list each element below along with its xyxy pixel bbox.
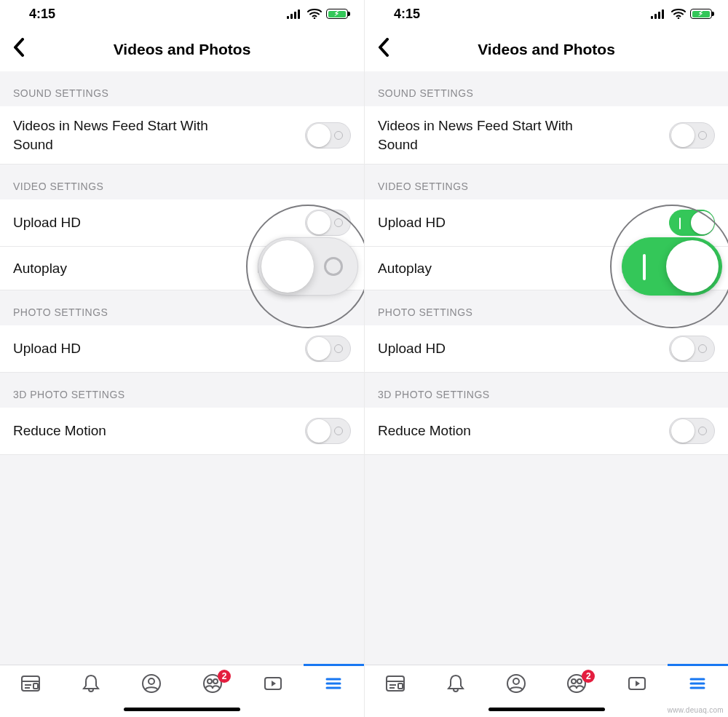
svg-rect-0 xyxy=(287,16,289,19)
nav-header: Videos and Photos xyxy=(365,28,728,71)
row-label: Upload HD xyxy=(378,339,446,358)
nav-header: Videos and Photos xyxy=(0,28,364,71)
settings-content[interactable]: SOUND SETTINGS Videos in News Feed Start… xyxy=(365,71,728,665)
toggle-reduce-motion[interactable] xyxy=(669,418,715,444)
svg-rect-1 xyxy=(290,14,293,19)
wifi-icon xyxy=(307,9,322,19)
tab-profile[interactable] xyxy=(486,673,546,694)
toggle-sound-start[interactable] xyxy=(305,122,351,148)
row-video-upload-hd[interactable]: Upload HD xyxy=(0,199,364,247)
profile-icon xyxy=(141,673,162,694)
row-label: Reduce Motion xyxy=(378,421,471,440)
watermark: www.deuaq.com xyxy=(668,706,724,714)
settings-content[interactable]: SOUND SETTINGS Videos in News Feed Start… xyxy=(0,71,364,665)
row-label: Upload HD xyxy=(378,213,446,232)
row-autoplay[interactable]: Autoplay Never Autoplay xyxy=(365,247,728,290)
svg-point-23 xyxy=(678,17,680,19)
toggle-reduce-motion[interactable] xyxy=(305,418,351,444)
toggle-sound-start[interactable] xyxy=(669,122,715,148)
row-reduce-motion[interactable]: Reduce Motion xyxy=(0,408,364,455)
tab-groups[interactable]: 2 xyxy=(182,673,242,694)
svg-point-32 xyxy=(571,679,576,684)
svg-rect-20 xyxy=(654,14,657,19)
tab-watch[interactable] xyxy=(242,673,303,694)
svg-rect-3 xyxy=(298,9,300,19)
wifi-icon xyxy=(671,9,686,19)
svg-rect-9 xyxy=(33,684,38,689)
back-button[interactable] xyxy=(13,38,32,60)
tab-menu[interactable] xyxy=(668,673,728,694)
row-label: Autoplay xyxy=(13,259,67,278)
row-sound-start[interactable]: Videos in News Feed Start With Sound xyxy=(365,106,728,165)
svg-rect-22 xyxy=(662,9,664,19)
toggle-photo-upload-hd[interactable] xyxy=(305,336,351,362)
section-header-video: VIDEO SETTINGS xyxy=(365,165,728,199)
section-header-photo: PHOTO SETTINGS xyxy=(365,290,728,325)
svg-point-4 xyxy=(314,17,316,19)
page-title: Videos and Photos xyxy=(0,41,364,58)
toggle-photo-upload-hd[interactable] xyxy=(669,336,715,362)
bell-icon xyxy=(445,673,467,694)
row-reduce-motion[interactable]: Reduce Motion xyxy=(365,408,728,455)
home-indicator[interactable] xyxy=(488,708,605,711)
status-time: 4:15 xyxy=(29,7,55,22)
battery-icon: ⚡︎ xyxy=(326,9,348,19)
watch-icon xyxy=(626,673,648,694)
row-video-upload-hd[interactable]: Upload HD xyxy=(365,199,728,247)
section-header-3d: 3D PHOTO SETTINGS xyxy=(0,373,364,408)
tab-profile[interactable] xyxy=(122,673,182,694)
row-photo-upload-hd[interactable]: Upload HD xyxy=(0,325,364,373)
row-label: Upload HD xyxy=(13,339,81,358)
tab-notifications[interactable] xyxy=(425,673,486,694)
tab-groups[interactable]: 2 xyxy=(547,673,607,694)
battery-icon: ⚡︎ xyxy=(690,9,712,19)
row-label: Autoplay xyxy=(378,259,432,278)
tab-menu[interactable] xyxy=(304,673,364,694)
svg-rect-21 xyxy=(658,12,660,19)
row-label: Videos in News Feed Start With Sound xyxy=(13,116,233,154)
svg-point-13 xyxy=(207,679,212,684)
toggle-video-upload-hd[interactable] xyxy=(669,210,715,236)
svg-rect-19 xyxy=(651,16,653,19)
row-label: Upload HD xyxy=(13,213,81,232)
back-button[interactable] xyxy=(378,38,397,60)
tab-news-feed[interactable] xyxy=(365,673,425,694)
tab-watch[interactable] xyxy=(607,673,668,694)
section-header-video: VIDEO SETTINGS xyxy=(0,165,364,199)
svg-point-33 xyxy=(577,679,582,684)
status-bar: 4:15 ⚡︎ xyxy=(0,0,364,28)
section-header-sound: SOUND SETTINGS xyxy=(365,71,728,106)
status-time: 4:15 xyxy=(394,7,420,22)
hamburger-menu-icon xyxy=(323,673,344,694)
profile-icon xyxy=(505,673,527,694)
section-header-3d: 3D PHOTO SETTINGS xyxy=(365,373,728,408)
svg-point-30 xyxy=(513,678,519,684)
active-tab-indicator xyxy=(668,664,728,666)
cellular-signal-icon xyxy=(651,9,667,19)
status-icons: ⚡︎ xyxy=(651,9,712,19)
hamburger-menu-icon xyxy=(687,673,708,694)
tab-notifications[interactable] xyxy=(60,673,121,694)
row-value: Never Autoplay xyxy=(621,261,715,277)
bell-icon xyxy=(80,673,102,694)
watch-icon xyxy=(262,673,284,694)
row-sound-start[interactable]: Videos in News Feed Start With Sound xyxy=(0,106,364,165)
section-header-photo: PHOTO SETTINGS xyxy=(0,290,364,325)
charging-bolt-icon: ⚡︎ xyxy=(334,10,339,17)
row-photo-upload-hd[interactable]: Upload HD xyxy=(365,325,728,373)
charging-bolt-icon: ⚡︎ xyxy=(698,10,703,17)
row-label: Reduce Motion xyxy=(13,421,106,440)
screenshot-pair: 4:15 ⚡︎ Videos and Photos SOUND SETTINGS xyxy=(0,0,728,717)
row-autoplay[interactable]: Autoplay Never Autoplay xyxy=(0,247,364,290)
home-indicator[interactable] xyxy=(124,708,240,711)
groups-badge: 2 xyxy=(218,670,231,683)
phone-screen-right: 4:15 ⚡︎ Videos and Photos SOUND SETTINGS xyxy=(364,0,728,717)
svg-point-11 xyxy=(149,678,154,684)
toggle-video-upload-hd[interactable] xyxy=(305,210,351,236)
page-title: Videos and Photos xyxy=(365,41,728,58)
svg-rect-2 xyxy=(294,12,296,19)
news-feed-icon xyxy=(20,673,41,694)
tab-news-feed[interactable] xyxy=(0,673,60,694)
section-header-sound: SOUND SETTINGS xyxy=(0,71,364,106)
status-bar: 4:15 ⚡︎ xyxy=(365,0,728,28)
